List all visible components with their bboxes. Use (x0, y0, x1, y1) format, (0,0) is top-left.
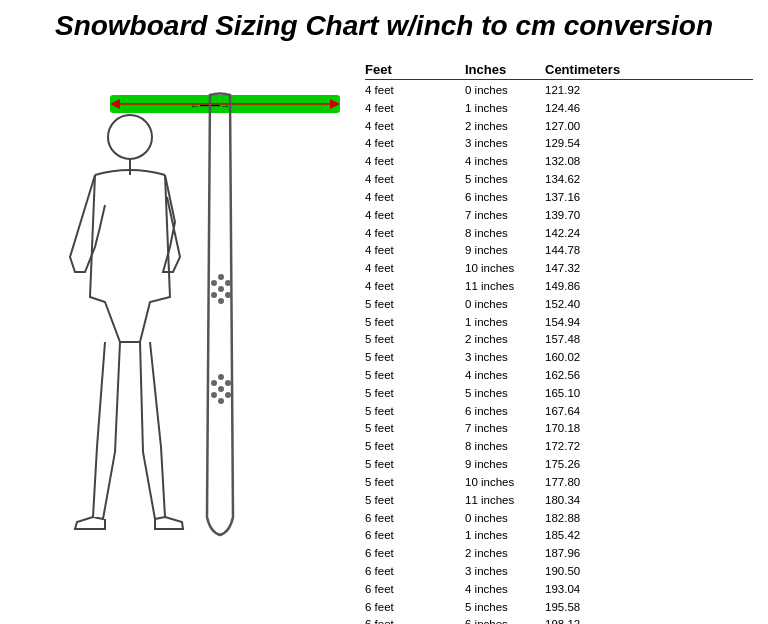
cell-cm: 162.56 (545, 367, 635, 385)
cell-inches: 9 inches (465, 242, 545, 260)
cell-cm: 198.12 (545, 616, 635, 624)
cell-inches: 3 inches (465, 563, 545, 581)
table-row: 5 feet5 inches165.10 (365, 385, 753, 403)
cell-feet: 5 feet (365, 296, 465, 314)
cell-feet: 5 feet (365, 420, 465, 438)
cell-feet: 5 feet (365, 331, 465, 349)
svg-point-16 (211, 380, 217, 386)
table-row: 4 feet10 inches147.32 (365, 260, 753, 278)
cell-inches: 5 inches (465, 599, 545, 617)
cell-cm: 177.80 (545, 474, 635, 492)
cell-feet: 4 feet (365, 100, 465, 118)
cell-inches: 10 inches (465, 260, 545, 278)
cell-inches: 1 inches (465, 314, 545, 332)
cell-cm: 137.16 (545, 189, 635, 207)
table-row: 5 feet6 inches167.64 (365, 403, 753, 421)
cell-inches: 3 inches (465, 349, 545, 367)
cell-feet: 4 feet (365, 82, 465, 100)
table-row: 4 feet8 inches142.24 (365, 225, 753, 243)
table-row: 4 feet7 inches139.70 (365, 207, 753, 225)
svg-point-17 (225, 380, 231, 386)
cell-feet: 4 feet (365, 242, 465, 260)
header-centimeters: Centimeters (545, 62, 635, 77)
svg-point-4 (108, 115, 152, 159)
chart-header: Feet Inches Centimeters (365, 62, 753, 80)
table-row: 4 feet5 inches134.62 (365, 171, 753, 189)
cell-feet: 5 feet (365, 403, 465, 421)
cell-inches: 1 inches (465, 100, 545, 118)
table-row: 6 feet1 inches185.42 (365, 527, 753, 545)
cell-feet: 4 feet (365, 135, 465, 153)
table-row: 5 feet4 inches162.56 (365, 367, 753, 385)
cell-cm: 175.26 (545, 456, 635, 474)
cell-feet: 4 feet (365, 118, 465, 136)
cell-feet: 6 feet (365, 616, 465, 624)
table-row: 5 feet9 inches175.26 (365, 456, 753, 474)
cell-inches: 9 inches (465, 456, 545, 474)
table-row: 5 feet1 inches154.94 (365, 314, 753, 332)
table-row: 4 feet1 inches124.46 (365, 100, 753, 118)
cell-inches: 2 inches (465, 331, 545, 349)
page-title: Snowboard Sizing Chart w/inch to cm conv… (15, 10, 753, 42)
table-row: 4 feet6 inches137.16 (365, 189, 753, 207)
cell-cm: 160.02 (545, 349, 635, 367)
table-row: 5 feet7 inches170.18 (365, 420, 753, 438)
cell-inches: 10 inches (465, 474, 545, 492)
cell-inches: 4 inches (465, 153, 545, 171)
table-row: 4 feet9 inches144.78 (365, 242, 753, 260)
cell-inches: 8 inches (465, 225, 545, 243)
cell-inches: 0 inches (465, 296, 545, 314)
table-row: 5 feet10 inches177.80 (365, 474, 753, 492)
table-row: 6 feet4 inches193.04 (365, 581, 753, 599)
cell-cm: 193.04 (545, 581, 635, 599)
svg-point-10 (225, 280, 231, 286)
cell-inches: 1 inches (465, 527, 545, 545)
cell-cm: 127.00 (545, 118, 635, 136)
cell-cm: 165.10 (545, 385, 635, 403)
cell-feet: 5 feet (365, 385, 465, 403)
figure-illustration: ←——→ (15, 57, 355, 577)
cell-inches: 5 inches (465, 385, 545, 403)
table-row: 6 feet3 inches190.50 (365, 563, 753, 581)
cell-cm: 152.40 (545, 296, 635, 314)
cell-feet: 6 feet (365, 563, 465, 581)
figure-area: ←——→ (15, 57, 355, 577)
svg-point-7 (218, 286, 224, 292)
cell-inches: 6 inches (465, 616, 545, 624)
svg-point-19 (225, 392, 231, 398)
main-content: ←——→ (15, 57, 753, 624)
cell-inches: 8 inches (465, 438, 545, 456)
table-row: 5 feet0 inches152.40 (365, 296, 753, 314)
cell-feet: 6 feet (365, 510, 465, 528)
cell-feet: 4 feet (365, 260, 465, 278)
header-feet: Feet (365, 62, 465, 77)
cell-cm: 147.32 (545, 260, 635, 278)
table-row: 4 feet3 inches129.54 (365, 135, 753, 153)
cell-cm: 167.64 (545, 403, 635, 421)
cell-feet: 5 feet (365, 367, 465, 385)
cell-feet: 4 feet (365, 189, 465, 207)
svg-point-8 (218, 298, 224, 304)
cell-inches: 7 inches (465, 207, 545, 225)
table-row: 5 feet11 inches180.34 (365, 492, 753, 510)
cell-inches: 3 inches (465, 135, 545, 153)
cell-cm: 170.18 (545, 420, 635, 438)
cell-feet: 5 feet (365, 474, 465, 492)
cell-inches: 11 inches (465, 492, 545, 510)
cell-inches: 0 inches (465, 82, 545, 100)
cell-feet: 6 feet (365, 545, 465, 563)
cell-cm: 154.94 (545, 314, 635, 332)
cell-feet: 4 feet (365, 225, 465, 243)
table-row: 4 feet2 inches127.00 (365, 118, 753, 136)
cell-cm: 121.92 (545, 82, 635, 100)
chart-area: Feet Inches Centimeters 4 feet0 inches12… (365, 57, 753, 624)
cell-cm: 142.24 (545, 225, 635, 243)
cell-inches: 6 inches (465, 189, 545, 207)
cell-feet: 4 feet (365, 278, 465, 296)
table-row: 5 feet2 inches157.48 (365, 331, 753, 349)
svg-point-12 (225, 292, 231, 298)
table-row: 4 feet11 inches149.86 (365, 278, 753, 296)
table-row: 6 feet0 inches182.88 (365, 510, 753, 528)
cell-cm: 185.42 (545, 527, 635, 545)
chart-rows: 4 feet0 inches121.924 feet1 inches124.46… (365, 82, 753, 624)
